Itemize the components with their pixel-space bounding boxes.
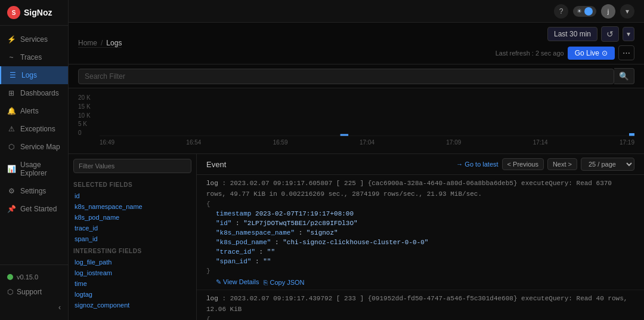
support-icon: ⬡ bbox=[7, 288, 13, 296]
sidebar-label: Usage Explorer bbox=[20, 161, 61, 177]
sidebar-label: Exceptions bbox=[20, 125, 55, 133]
content-area: Home / Logs Last 30 min ↺ ▾ Last refresh… bbox=[69, 23, 644, 320]
x-label-1659: 16:59 bbox=[273, 139, 288, 146]
sidebar-item-exceptions[interactable]: ⚠Exceptions bbox=[0, 120, 68, 138]
breadcrumb-home[interactable]: Home bbox=[78, 39, 97, 47]
sidebar-item-services[interactable]: ⚡Services bbox=[0, 30, 68, 48]
log-json-open: { bbox=[206, 199, 634, 209]
sidebar-item-get-started[interactable]: 📌Get Started bbox=[0, 200, 68, 218]
pagination: → Go to latest < Previous Next > 25 / pa… bbox=[456, 158, 634, 171]
selected-field-k8s_namespace_name[interactable]: k8s_namespace_name bbox=[73, 201, 191, 212]
sidebar-support-item[interactable]: ⬡ Support bbox=[0, 284, 68, 300]
sidebar-icon: ⚠ bbox=[7, 125, 16, 133]
log-field-line: "trace_id" : "" bbox=[206, 247, 634, 257]
sidebar-item-service-map[interactable]: ⬡Service Map bbox=[0, 138, 68, 156]
log-header-text: 2023.02.07 09:19:17.605807 [ 225 ] {cac6… bbox=[206, 180, 612, 198]
x-label-1709: 17:09 bbox=[446, 139, 461, 146]
sidebar-collapse-btn[interactable]: ‹ bbox=[0, 300, 68, 315]
interesting-field-signoz_component[interactable]: signoz_component bbox=[73, 300, 191, 310]
user-avatar[interactable]: j bbox=[601, 4, 615, 19]
interesting-field-time[interactable]: time bbox=[73, 278, 191, 289]
log-entry-1: log : 2023.02.07 09:19:17.439792 [ 233 ]… bbox=[197, 290, 644, 320]
y-label-15k: 15 K bbox=[78, 103, 94, 110]
log-entry-0: log : 2023.02.07 09:19:17.605807 [ 225 ]… bbox=[197, 175, 644, 290]
go-live-label: Go Live bbox=[575, 49, 599, 57]
selected-field-span_id[interactable]: span_id bbox=[73, 233, 191, 244]
sidebar-label: Logs bbox=[21, 71, 37, 79]
breadcrumb-sep: / bbox=[101, 39, 103, 47]
log-actions: ✎ View Details ⎘ Copy JSON bbox=[206, 278, 634, 286]
toolbar-row-1: Last 30 min ↺ ▾ bbox=[547, 26, 634, 42]
search-btn[interactable]: 🔍 bbox=[614, 68, 634, 84]
collapse-icon: ‹ bbox=[58, 303, 61, 312]
time-dropdown-btn[interactable]: ▾ bbox=[623, 27, 634, 41]
sidebar-item-logs[interactable]: ☰Logs bbox=[0, 66, 68, 84]
log-header-line: log : 2023.02.07 09:19:17.605807 [ 225 ]… bbox=[206, 179, 634, 199]
go-live-btn[interactable]: Go Live ⊙ bbox=[568, 47, 615, 60]
last-refresh-text: Last refresh : 2 sec ago bbox=[496, 50, 564, 57]
sidebar-label: Service Map bbox=[20, 143, 60, 151]
topbar-right: ? ☀ j ▾ bbox=[554, 4, 634, 19]
chart-container: 20 K 15 K 10 K 5 K 0 16:49 16:54 1 bbox=[78, 94, 634, 142]
selected-field-id[interactable]: id bbox=[73, 190, 191, 201]
sidebar-icon: ☰ bbox=[8, 71, 17, 79]
chevron-down-icon[interactable]: ▾ bbox=[620, 4, 634, 19]
filter-input[interactable] bbox=[73, 159, 191, 173]
view-details-btn[interactable]: ✎ View Details bbox=[216, 278, 259, 286]
topbar: ? ☀ j ▾ bbox=[69, 0, 644, 23]
log-json-open: { bbox=[206, 315, 634, 320]
selected-field-k8s_pod_name[interactable]: k8s_pod_name bbox=[73, 212, 191, 223]
chart-svg bbox=[100, 94, 634, 136]
log-json-close: } bbox=[206, 266, 634, 276]
logo-icon: S bbox=[7, 6, 20, 19]
selected-field-trace_id[interactable]: trace_id bbox=[73, 223, 191, 233]
sidebar-label: Alerts bbox=[20, 107, 39, 115]
more-options-btn[interactable]: ⋯ bbox=[618, 45, 634, 60]
go-to-latest-btn[interactable]: → Go to latest bbox=[456, 161, 498, 168]
help-icon[interactable]: ? bbox=[554, 4, 568, 19]
toggle-icon: ☀ bbox=[577, 8, 582, 14]
sidebar-label: Traces bbox=[20, 53, 42, 61]
sidebar-bottom: v0.15.0 ⬡ Support ‹ bbox=[0, 264, 68, 320]
log-panel: Event → Go to latest < Previous Next > 2… bbox=[197, 154, 644, 320]
sidebar-item-settings[interactable]: ⚙Settings bbox=[0, 182, 68, 200]
toggle-indicator bbox=[584, 7, 593, 16]
filter-panel: SELECTED FIELDS idk8s_namespace_namek8s_… bbox=[69, 154, 197, 320]
log-entries: log : 2023.02.07 09:19:17.605807 [ 225 ]… bbox=[197, 175, 644, 320]
previous-btn[interactable]: < Previous bbox=[502, 158, 544, 170]
sidebar-label: Dashboards bbox=[20, 89, 59, 97]
interesting-field-logtag[interactable]: logtag bbox=[73, 289, 191, 300]
sidebar-label: Settings bbox=[20, 187, 46, 195]
search-bar: 🔍 bbox=[69, 64, 644, 88]
interesting-field-log_file_path[interactable]: log_file_path bbox=[73, 257, 191, 267]
sidebar-item-traces[interactable]: ~Traces bbox=[0, 48, 68, 66]
search-input[interactable] bbox=[78, 69, 614, 84]
per-page-select[interactable]: 25 / page 50 / page 100 / page bbox=[581, 158, 634, 171]
refresh-btn[interactable]: ↺ bbox=[601, 26, 619, 42]
logo-text: SigNoz bbox=[24, 8, 52, 17]
main-content: ? ☀ j ▾ Home / Logs Last 30 min bbox=[69, 0, 644, 320]
selected-fields-list: idk8s_namespace_namek8s_pod_nametrace_id… bbox=[73, 190, 191, 244]
theme-toggle[interactable]: ☀ bbox=[573, 6, 596, 17]
sidebar-item-dashboards[interactable]: ⊞Dashboards bbox=[0, 84, 68, 102]
chart-bars: 16:49 16:54 16:59 17:04 17:09 17:14 17:1… bbox=[100, 94, 634, 142]
sidebar: S SigNoz ⚡Services~Traces☰Logs⊞Dashboard… bbox=[0, 0, 69, 320]
log-panel-title: Event bbox=[206, 160, 226, 169]
y-label-5k: 5 K bbox=[78, 121, 94, 127]
next-btn[interactable]: Next > bbox=[547, 158, 577, 170]
sidebar-item-usage-explorer[interactable]: 📊Usage Explorer bbox=[0, 156, 68, 182]
interesting-field-log_iostream[interactable]: log_iostream bbox=[73, 267, 191, 278]
time-range-btn[interactable]: Last 30 min bbox=[547, 27, 597, 41]
chart-x-labels: 16:49 16:54 16:59 17:04 17:09 17:14 17:1… bbox=[100, 139, 634, 146]
log-field-line: "k8s_namespace_name" : "signoz" bbox=[206, 228, 634, 238]
copy-json-btn[interactable]: ⎘ Copy JSON bbox=[264, 279, 304, 286]
sidebar-item-alerts[interactable]: 🔔Alerts bbox=[0, 102, 68, 120]
sidebar-version: v0.15.0 bbox=[0, 270, 68, 284]
version-label: v0.15.0 bbox=[17, 273, 38, 281]
sidebar-label: Get Started bbox=[20, 205, 57, 213]
sidebar-icon: ⊞ bbox=[7, 89, 16, 97]
breadcrumb: Home / Logs bbox=[78, 39, 122, 48]
log-field-line: "k8s_pod_name" : "chi-signoz-clickhouse-… bbox=[206, 238, 634, 247]
sidebar-icon: ~ bbox=[7, 53, 16, 61]
sidebar-label: Services bbox=[20, 35, 48, 44]
